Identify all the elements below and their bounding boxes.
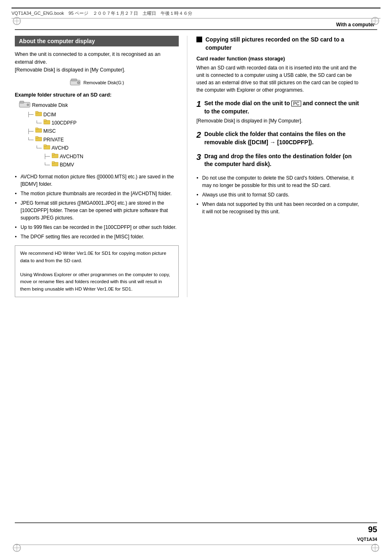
- left-bullet-list: AVCHD format motion picture files ([0000…: [15, 173, 179, 240]
- example-header: Example folder structure of an SD card:: [15, 92, 179, 98]
- svg-point-14: [77, 81, 80, 84]
- cdpfp-folder-icon: [44, 119, 50, 127]
- bdmv-label: BDMV: [60, 161, 74, 169]
- tree-100cdpfp: └─ 100CDPFP: [35, 119, 179, 127]
- step-2-text: Double click the folder that contains th…: [204, 130, 360, 146]
- black-square-icon: [196, 37, 202, 42]
- tree-root: Removable Disk: [19, 100, 179, 110]
- svg-rect-29: [52, 153, 55, 155]
- intro-text: When the unit is connected to a computer…: [15, 51, 179, 74]
- removable-disk-folder-icon: [19, 100, 30, 110]
- right-column: Copying still pictures recorded on the S…: [187, 36, 360, 297]
- top-bar: VQT1A34_GC_ENG.book 95 ページ ２００７年１月２７日 土曜…: [12, 7, 380, 18]
- page-number: 95: [368, 525, 377, 534]
- corner-mark-tr: [371, 16, 380, 25]
- svg-rect-21: [44, 120, 46, 121]
- dcim-label: DCIM: [44, 111, 56, 119]
- avchdtn-label: AVCHDTN: [60, 152, 83, 161]
- note-text: We recommend HD Writer Ver1.0E for SD1 f…: [20, 251, 170, 291]
- step-2: 2 Double click the folder that contains …: [196, 130, 360, 146]
- tree-dcim: ├─ DCIM: [27, 111, 179, 119]
- svg-rect-19: [35, 111, 38, 113]
- step-1-text: Set the mode dial on the unit to PC and …: [204, 99, 360, 115]
- private-label: PRIVATE: [44, 136, 64, 144]
- section-title: About the computer display: [15, 36, 179, 46]
- right-heading: Copying still pictures recorded on the S…: [205, 36, 360, 52]
- right-intro: When an SD card with recorded data on it…: [196, 64, 360, 94]
- step-1-number: 1: [196, 99, 201, 108]
- step-3-text: Drag and drop the files onto the destina…: [204, 152, 360, 169]
- right-section-header: Copying still pictures recorded on the S…: [196, 36, 360, 52]
- avchdtn-folder-icon: [52, 152, 58, 161]
- page: VQT1A34_GC_ENG.book 95 ページ ２００７年１月２７日 土曜…: [0, 7, 392, 554]
- bottom-bar: 95 VQT1A34: [15, 522, 377, 545]
- dcim-folder-icon: [35, 111, 42, 119]
- right-bullet-1: Do not use the computer to delete the SD…: [196, 174, 360, 189]
- disk-icon-area: Removable Disk(G:): [15, 78, 179, 87]
- avchd-folder-icon: [44, 144, 50, 152]
- content-area: About the computer display When the unit…: [15, 36, 377, 297]
- note-box: We recommend HD Writer Ver1.0E for SD1 f…: [15, 245, 179, 297]
- bullet-4: Up to 999 files can be recorded in the […: [15, 224, 179, 231]
- corner-mark-tl: [12, 16, 21, 25]
- svg-rect-23: [35, 128, 38, 129]
- tree-private: └─ PRIVATE: [27, 136, 179, 144]
- step-1: 1 Set the mode dial on the unit to PC an…: [196, 99, 360, 125]
- bullet-1: AVCHD format motion picture files ([0000…: [15, 173, 179, 188]
- page-header-right: With a computer: [0, 22, 375, 28]
- drive-icon: [69, 78, 81, 87]
- tree-avchd: └─ AVCHD: [35, 144, 179, 152]
- avchd-label: AVCHD: [52, 144, 69, 152]
- tree-bdmv: └─ BDMV: [44, 161, 179, 169]
- bullet-5: The DPOF setting files are recorded in t…: [15, 233, 179, 240]
- step-1-detail: [Removable Disk] is displayed in [My Com…: [196, 117, 360, 125]
- right-bullet-list: Do not use the computer to delete the SD…: [196, 174, 360, 215]
- tree-avchdtn: ├─ AVCHDTN: [44, 152, 179, 161]
- misc-label: MISC: [44, 127, 56, 135]
- right-bullet-2: Always use this unit to format SD cards.: [196, 191, 360, 199]
- step-2-number: 2: [196, 130, 201, 139]
- svg-rect-27: [44, 145, 46, 146]
- meta-text: VQT1A34_GC_ENG.book 95 ページ ２００７年１月２７日 土曜…: [12, 10, 192, 16]
- right-bullet-3: When data not supported by this unit has…: [196, 201, 360, 215]
- folder-diagram: Removable Disk ├─ DCIM └─: [19, 100, 179, 169]
- svg-rect-31: [52, 162, 55, 163]
- header-right-text: With a computer: [336, 22, 375, 28]
- svg-rect-13: [71, 79, 77, 81]
- tree-root-label: Removable Disk: [32, 101, 68, 109]
- bullet-2: The motion picture thumbnails are record…: [15, 190, 179, 197]
- svg-rect-16: [20, 101, 24, 103]
- page-code: VQT1A34: [357, 537, 377, 542]
- svg-rect-25: [35, 136, 38, 138]
- bdmv-folder-icon: [52, 161, 58, 169]
- top-horizontal-rule: [15, 29, 377, 30]
- step-3-number: 3: [196, 152, 201, 162]
- tree-misc: ├─ MISC: [27, 127, 179, 135]
- removable-disk-icon: Removable Disk(G:): [69, 78, 124, 87]
- svg-point-17: [27, 104, 29, 106]
- bullet-3: JPEG format still pictures ([IMGA0001.JP…: [15, 199, 179, 222]
- step-3: 3 Drag and drop the files onto the desti…: [196, 152, 360, 169]
- misc-folder-icon: [35, 127, 42, 135]
- page-number-area: 95 VQT1A34: [357, 525, 377, 543]
- disk-label: Removable Disk(G:): [83, 80, 124, 85]
- right-subheading: Card reader function (mass storage): [196, 56, 360, 62]
- cdpfp-label: 100CDPFP: [52, 119, 77, 127]
- left-column: About the computer display When the unit…: [15, 36, 187, 297]
- private-folder-icon: [35, 136, 42, 144]
